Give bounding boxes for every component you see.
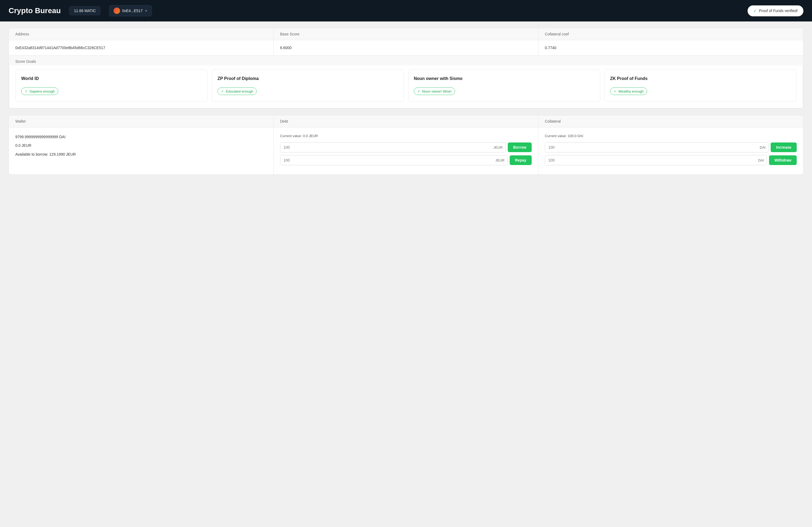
address-value: 0xE432a8314d971441Ad7700e8b45d66cC326CE5… xyxy=(9,40,274,55)
collateral-col-header: Collateral xyxy=(538,115,803,127)
repay-button[interactable]: Repay xyxy=(510,155,532,165)
finance-table: Wallet Debt Collateral 9799.999999999999… xyxy=(9,115,803,175)
app-title: Crypto Bureau xyxy=(9,6,61,15)
borrow-currency-label: JEUR xyxy=(491,143,505,152)
finance-table-body: 9799.9999999999999999 DAI 0.0 JEUR Avail… xyxy=(9,127,803,175)
score-badge-noun-label: Noun owner! Wow! xyxy=(422,89,452,93)
score-badge-worldid-label: Sapiens enough xyxy=(30,89,55,93)
chevron-down-icon: ▼ xyxy=(145,10,147,12)
header: Crypto Bureau 11.66 MATIC 0xE4...E517 ▼ … xyxy=(0,0,812,21)
check-circle-icon: ✓ xyxy=(753,8,757,13)
score-card-noun: Noun owner with Sismo ✓ Noun owner! Wow! xyxy=(408,70,600,102)
withdraw-currency-label: DAI xyxy=(755,156,767,165)
repay-currency-label: JEUR xyxy=(493,156,507,165)
collateral-current-value: Current value: 100.0 DAI xyxy=(545,134,797,138)
account-avatar xyxy=(114,7,120,14)
withdraw-input-row: DAI Withdraw xyxy=(545,155,797,165)
score-badge-noun: ✓ Noun owner! Wow! xyxy=(414,88,455,95)
increase-amount-input[interactable] xyxy=(545,142,757,152)
score-badge-zkfunds-label: Wealthy enough xyxy=(619,89,644,93)
badge-check-icon-diploma: ✓ xyxy=(221,89,224,93)
score-badge-diploma-label: Educated enough xyxy=(226,89,253,93)
score-card-diploma: ZP Proof of Diploma ✓ Educated enough xyxy=(212,70,404,102)
wallet-balance: 11.66 MATIC xyxy=(69,6,100,15)
borrow-input-row: JEUR Borrow xyxy=(280,142,532,152)
debt-current-value: Current value: 0.0 JEUR xyxy=(280,134,532,138)
score-card-worldid: World ID ✓ Sapiens enough xyxy=(16,70,207,102)
borrow-button[interactable]: Borrow xyxy=(508,142,532,152)
wallet-line1: 9799.9999999999999999 DAI xyxy=(15,134,267,140)
collateral-coef-header: Collateral coef xyxy=(538,28,803,40)
repay-input-row: JEUR Repay xyxy=(280,155,532,165)
base-score-header: Base Score xyxy=(274,28,538,40)
account-selector[interactable]: 0xE4...E517 ▼ xyxy=(109,5,152,16)
info-table: Address Base Score Collateral coef 0xE43… xyxy=(9,28,803,109)
score-badge-zkfunds: ✓ Wealthy enough xyxy=(610,88,647,95)
badge-check-icon-noun: ✓ xyxy=(417,89,420,93)
withdraw-amount-input[interactable] xyxy=(545,155,755,165)
score-cards-container: World ID ✓ Sapiens enough ZP Proof of Di… xyxy=(9,65,803,108)
repay-amount-input[interactable] xyxy=(280,155,493,165)
borrow-amount-input[interactable] xyxy=(280,142,491,152)
info-table-header: Address Base Score Collateral coef xyxy=(9,28,803,40)
finance-table-header: Wallet Debt Collateral xyxy=(9,115,803,127)
wallet-available: Available to borrow: 129.1990 JEUR xyxy=(15,151,267,157)
increase-input-wrapper: DAI xyxy=(545,142,768,152)
badge-check-icon-worldid: ✓ xyxy=(25,89,28,93)
proof-badge: ✓ Proof of Funds verified! xyxy=(748,5,803,16)
score-card-diploma-title: ZP Proof of Diploma xyxy=(218,76,398,81)
base-score-value: 6.6000 xyxy=(274,40,538,55)
account-address: 0xE4...E517 xyxy=(122,9,143,13)
info-table-body: 0xE432a8314d971441Ad7700e8b45d66cC326CE5… xyxy=(9,40,803,55)
debt-col-header: Debt xyxy=(274,115,538,127)
borrow-input-wrapper: JEUR xyxy=(280,142,506,152)
main-content: Address Base Score Collateral coef 0xE43… xyxy=(0,21,812,181)
wallet-col: 9799.9999999999999999 DAI 0.0 JEUR Avail… xyxy=(9,127,274,175)
score-card-zkfunds-title: ZK Proof of Funds xyxy=(610,76,791,81)
proof-label: Proof of Funds verified! xyxy=(759,9,798,13)
badge-check-icon-zkfunds: ✓ xyxy=(613,89,617,93)
score-card-noun-title: Noun owner with Sismo xyxy=(414,76,595,81)
wallet-col-header: Wallet xyxy=(9,115,274,127)
repay-input-wrapper: JEUR xyxy=(280,155,508,165)
score-card-zkfunds: ZK Proof of Funds ✓ Wealthy enough xyxy=(605,70,796,102)
score-badge-worldid: ✓ Sapiens enough xyxy=(21,88,58,95)
increase-currency-label: DAI xyxy=(757,143,768,152)
withdraw-button[interactable]: Withdraw xyxy=(769,155,797,165)
address-header: Address xyxy=(9,28,274,40)
wallet-line2: 0.0 JEUR xyxy=(15,142,267,148)
score-card-worldid-title: World ID xyxy=(21,76,202,81)
debt-col: Current value: 0.0 JEUR JEUR Borrow JEUR… xyxy=(274,127,538,175)
increase-input-row: DAI Increase xyxy=(545,142,797,152)
score-badge-diploma: ✓ Educated enough xyxy=(218,88,257,95)
increase-button[interactable]: Increase xyxy=(771,142,797,152)
collateral-coef-value: 0.7740 xyxy=(538,40,803,55)
withdraw-input-wrapper: DAI xyxy=(545,155,767,165)
collateral-col: Current value: 100.0 DAI DAI Increase DA… xyxy=(538,127,803,175)
